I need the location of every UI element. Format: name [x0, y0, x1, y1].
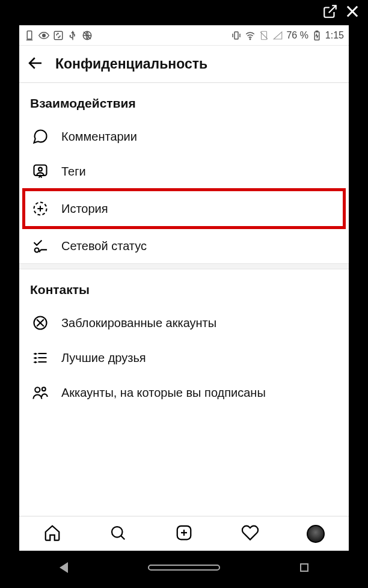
nav-add-post[interactable]: [175, 524, 193, 544]
row-label: Лучшие друзья: [61, 351, 146, 365]
android-nav-bar: [19, 554, 349, 581]
svg-rect-18: [34, 165, 47, 176]
row-label: Теги: [61, 165, 86, 179]
row-label: Заблокированные аккаунты: [61, 316, 216, 330]
settings-content: Взаимодействия Комментарии Теги История: [19, 83, 349, 516]
device-icon: [24, 30, 35, 41]
status-bar: 76 % 1:15: [19, 25, 349, 46]
device-screen: 76 % 1:15 Конфиденциальность Взаимодейст…: [19, 25, 349, 551]
nav-search[interactable]: [109, 524, 127, 544]
row-blocked-accounts[interactable]: Заблокированные аккаунты: [19, 305, 349, 340]
svg-line-33: [121, 536, 124, 539]
svg-line-0: [329, 5, 336, 13]
android-recent[interactable]: [300, 563, 308, 572]
frame-top-controls: [0, 0, 368, 25]
close-friends-icon: [31, 349, 49, 367]
nav-home[interactable]: [43, 524, 61, 544]
story-plus-icon: [31, 200, 49, 218]
svg-rect-3: [27, 31, 32, 39]
svg-point-5: [43, 34, 46, 37]
svg-point-23: [35, 248, 39, 253]
bottom-nav: [19, 516, 349, 551]
svg-point-30: [35, 387, 40, 392]
device-frame: 76 % 1:15 Конфиденциальность Взаимодейст…: [0, 0, 368, 588]
battery-percent: 76 %: [286, 30, 308, 41]
nav-profile[interactable]: [307, 525, 325, 543]
android-back[interactable]: [60, 562, 68, 573]
row-close-friends[interactable]: Лучшие друзья: [19, 340, 349, 375]
usb-icon: [67, 30, 78, 41]
svg-point-12: [250, 38, 251, 40]
row-activity-status[interactable]: Сетевой статус: [19, 228, 349, 263]
row-story[interactable]: История: [23, 189, 345, 228]
battery-charging-icon: [311, 30, 322, 41]
sync-icon: [53, 30, 64, 41]
svg-rect-6: [54, 31, 63, 40]
eye-icon: [38, 30, 49, 41]
blocked-icon: [31, 314, 49, 332]
row-label: Комментарии: [61, 130, 137, 144]
avatar: [307, 525, 325, 543]
svg-point-31: [42, 387, 46, 391]
row-label: Аккаунты, на которые вы подписаны: [61, 386, 266, 400]
no-sim-icon: [259, 30, 269, 41]
comment-icon: [31, 127, 49, 145]
android-home[interactable]: [148, 565, 220, 571]
clock-time: 1:15: [325, 30, 344, 41]
close-icon[interactable]: [344, 3, 361, 22]
section-title-contacts: Контакты: [19, 269, 349, 305]
activity-status-icon: [31, 237, 49, 255]
section-title-interactions: Взаимодействия: [19, 83, 349, 119]
row-following[interactable]: Аккаунты, на которые вы подписаны: [19, 375, 349, 410]
svg-point-19: [38, 168, 42, 171]
external-link-icon[interactable]: [322, 4, 338, 22]
svg-rect-9: [235, 32, 238, 39]
page-title: Конфиденциальность: [55, 56, 207, 72]
nav-activity[interactable]: [241, 524, 259, 544]
back-icon[interactable]: [26, 54, 44, 75]
app-header: Конфиденциальность: [19, 46, 349, 83]
row-comments[interactable]: Комментарии: [19, 119, 349, 154]
following-icon: [31, 384, 49, 402]
section-divider: [19, 263, 349, 269]
tag-person-icon: [31, 162, 49, 180]
svg-point-32: [112, 527, 123, 537]
no-network-icon: [82, 30, 93, 41]
svg-rect-16: [316, 31, 317, 32]
row-label: История: [61, 202, 108, 216]
vibrate-icon: [231, 30, 242, 41]
row-label: Сетевой статус: [61, 239, 147, 253]
wifi-icon: [245, 30, 256, 41]
signal-icon: [272, 30, 283, 41]
row-tags[interactable]: Теги: [19, 154, 349, 189]
